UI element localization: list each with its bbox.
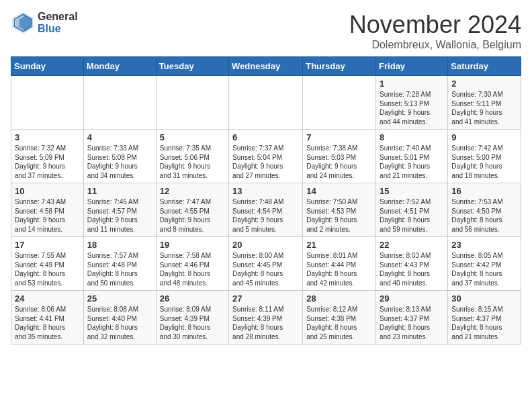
calendar-week-row: 10Sunrise: 7:43 AM Sunset: 4:58 PM Dayli… (11, 183, 521, 237)
calendar-cell (83, 76, 156, 130)
weekday-header-sunday: Sunday (11, 57, 84, 76)
calendar-cell (229, 76, 303, 130)
calendar-cell: 20Sunrise: 8:00 AM Sunset: 4:45 PM Dayli… (229, 237, 303, 291)
day-number: 9 (451, 132, 517, 142)
day-number: 22 (380, 240, 444, 250)
day-number: 23 (451, 240, 517, 250)
calendar-cell: 17Sunrise: 7:55 AM Sunset: 4:49 PM Dayli… (11, 237, 84, 291)
day-info: Sunrise: 8:00 AM Sunset: 4:45 PM Dayligh… (232, 251, 299, 287)
day-info: Sunrise: 8:11 AM Sunset: 4:39 PM Dayligh… (232, 305, 299, 341)
day-info: Sunrise: 7:37 AM Sunset: 5:04 PM Dayligh… (232, 144, 299, 180)
calendar-cell: 29Sunrise: 8:13 AM Sunset: 4:37 PM Dayli… (376, 291, 448, 345)
calendar-cell: 22Sunrise: 8:03 AM Sunset: 4:43 PM Dayli… (376, 237, 448, 291)
logo: General Blue (11, 11, 78, 35)
weekday-header-row: SundayMondayTuesdayWednesdayThursdayFrid… (11, 57, 521, 76)
day-number: 27 (232, 293, 299, 304)
day-number: 5 (160, 132, 225, 142)
calendar-cell: 5Sunrise: 7:35 AM Sunset: 5:06 PM Daylig… (156, 130, 228, 183)
day-info: Sunrise: 7:48 AM Sunset: 4:54 PM Dayligh… (232, 197, 299, 234)
calendar-table: SundayMondayTuesdayWednesdayThursdayFrid… (11, 56, 521, 345)
day-number: 25 (87, 293, 152, 304)
calendar-cell: 30Sunrise: 8:15 AM Sunset: 4:37 PM Dayli… (448, 291, 521, 345)
day-number: 20 (232, 240, 299, 250)
day-info: Sunrise: 8:06 AM Sunset: 4:41 PM Dayligh… (15, 305, 80, 341)
day-info: Sunrise: 7:35 AM Sunset: 5:06 PM Dayligh… (160, 144, 225, 180)
day-info: Sunrise: 7:57 AM Sunset: 4:48 PM Dayligh… (87, 251, 152, 287)
calendar-cell: 23Sunrise: 8:05 AM Sunset: 4:42 PM Dayli… (448, 237, 521, 291)
calendar-cell: 19Sunrise: 7:58 AM Sunset: 4:46 PM Dayli… (156, 237, 228, 291)
calendar-cell: 21Sunrise: 8:01 AM Sunset: 4:44 PM Dayli… (303, 237, 376, 291)
day-number: 3 (15, 132, 80, 142)
day-number: 30 (451, 293, 517, 304)
day-info: Sunrise: 7:55 AM Sunset: 4:49 PM Dayligh… (15, 251, 80, 287)
calendar-cell: 16Sunrise: 7:53 AM Sunset: 4:50 PM Dayli… (448, 183, 521, 237)
day-number: 8 (380, 132, 444, 142)
calendar-cell: 3Sunrise: 7:32 AM Sunset: 5:09 PM Daylig… (11, 130, 84, 183)
day-info: Sunrise: 7:43 AM Sunset: 4:58 PM Dayligh… (15, 197, 80, 234)
day-number: 17 (15, 240, 80, 250)
day-number: 21 (306, 240, 372, 250)
weekday-header-wednesday: Wednesday (229, 57, 303, 76)
day-info: Sunrise: 7:42 AM Sunset: 5:00 PM Dayligh… (451, 144, 517, 180)
location: Dolembreux, Wallonia, Belgium (349, 39, 521, 51)
day-number: 12 (160, 186, 225, 196)
month-title: November 2024 (349, 11, 521, 39)
logo-icon (11, 11, 35, 35)
logo-general-text: General (38, 11, 78, 23)
day-number: 24 (15, 293, 80, 304)
day-info: Sunrise: 8:08 AM Sunset: 4:40 PM Dayligh… (87, 305, 152, 341)
day-number: 6 (232, 132, 299, 142)
day-number: 2 (451, 79, 517, 89)
day-info: Sunrise: 7:58 AM Sunset: 4:46 PM Dayligh… (160, 251, 225, 287)
day-info: Sunrise: 7:50 AM Sunset: 4:53 PM Dayligh… (306, 197, 372, 234)
calendar-cell: 10Sunrise: 7:43 AM Sunset: 4:58 PM Dayli… (11, 183, 84, 237)
day-info: Sunrise: 7:52 AM Sunset: 4:51 PM Dayligh… (380, 197, 444, 234)
calendar-cell: 25Sunrise: 8:08 AM Sunset: 4:40 PM Dayli… (83, 291, 156, 345)
logo-text: General Blue (38, 11, 78, 34)
day-number: 16 (451, 186, 517, 196)
calendar-cell: 4Sunrise: 7:33 AM Sunset: 5:08 PM Daylig… (83, 130, 156, 183)
day-number: 15 (380, 186, 444, 196)
weekday-header-thursday: Thursday (303, 57, 376, 76)
calendar-cell: 9Sunrise: 7:42 AM Sunset: 5:00 PM Daylig… (448, 130, 521, 183)
day-info: Sunrise: 8:09 AM Sunset: 4:39 PM Dayligh… (160, 305, 225, 341)
day-number: 29 (380, 293, 444, 304)
day-info: Sunrise: 8:01 AM Sunset: 4:44 PM Dayligh… (306, 251, 372, 287)
day-number: 13 (232, 186, 299, 196)
calendar-cell: 12Sunrise: 7:47 AM Sunset: 4:55 PM Dayli… (156, 183, 228, 237)
title-block: November 2024 Dolembreux, Wallonia, Belg… (349, 11, 521, 51)
day-number: 11 (87, 186, 152, 196)
day-info: Sunrise: 7:28 AM Sunset: 5:13 PM Dayligh… (380, 90, 444, 126)
calendar-week-row: 24Sunrise: 8:06 AM Sunset: 4:41 PM Dayli… (11, 291, 521, 345)
calendar-week-row: 17Sunrise: 7:55 AM Sunset: 4:49 PM Dayli… (11, 237, 521, 291)
day-info: Sunrise: 7:47 AM Sunset: 4:55 PM Dayligh… (160, 197, 225, 234)
calendar-cell: 26Sunrise: 8:09 AM Sunset: 4:39 PM Dayli… (156, 291, 228, 345)
calendar-cell: 11Sunrise: 7:45 AM Sunset: 4:57 PM Dayli… (83, 183, 156, 237)
calendar-week-row: 3Sunrise: 7:32 AM Sunset: 5:09 PM Daylig… (11, 130, 521, 183)
calendar-cell (303, 76, 376, 130)
day-number: 19 (160, 240, 225, 250)
day-info: Sunrise: 7:38 AM Sunset: 5:03 PM Dayligh… (306, 144, 372, 180)
day-number: 1 (380, 79, 444, 89)
calendar-cell: 2Sunrise: 7:30 AM Sunset: 5:11 PM Daylig… (448, 76, 521, 130)
day-info: Sunrise: 7:45 AM Sunset: 4:57 PM Dayligh… (87, 197, 152, 234)
weekday-header-tuesday: Tuesday (156, 57, 228, 76)
day-number: 14 (306, 186, 372, 196)
day-info: Sunrise: 8:05 AM Sunset: 4:42 PM Dayligh… (451, 251, 517, 287)
day-info: Sunrise: 7:30 AM Sunset: 5:11 PM Dayligh… (451, 90, 517, 126)
calendar-cell: 13Sunrise: 7:48 AM Sunset: 4:54 PM Dayli… (229, 183, 303, 237)
calendar-cell: 7Sunrise: 7:38 AM Sunset: 5:03 PM Daylig… (303, 130, 376, 183)
calendar-cell: 1Sunrise: 7:28 AM Sunset: 5:13 PM Daylig… (376, 76, 448, 130)
page-header: General Blue November 2024 Dolembreux, W… (11, 11, 521, 51)
day-info: Sunrise: 8:13 AM Sunset: 4:37 PM Dayligh… (380, 305, 444, 341)
calendar-cell (156, 76, 228, 130)
weekday-header-saturday: Saturday (448, 57, 521, 76)
day-info: Sunrise: 8:15 AM Sunset: 4:37 PM Dayligh… (451, 305, 517, 341)
calendar-cell: 14Sunrise: 7:50 AM Sunset: 4:53 PM Dayli… (303, 183, 376, 237)
calendar-cell: 6Sunrise: 7:37 AM Sunset: 5:04 PM Daylig… (229, 130, 303, 183)
day-number: 7 (306, 132, 372, 142)
day-number: 18 (87, 240, 152, 250)
weekday-header-friday: Friday (376, 57, 448, 76)
logo-blue-text: Blue (38, 23, 78, 35)
day-info: Sunrise: 7:53 AM Sunset: 4:50 PM Dayligh… (451, 197, 517, 234)
